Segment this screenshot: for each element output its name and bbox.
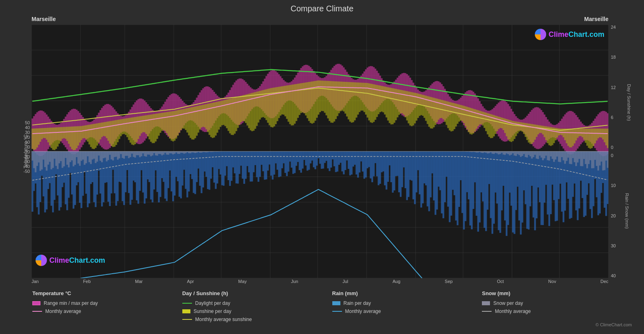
rain-avg-label: Monthly average [345,308,381,314]
legend-title-rain: Rain (mm) [332,290,482,296]
right-tick-0: 0 [611,145,636,150]
legend-title-sunshine: Day / Sunshine (h) [182,290,332,296]
legend-area: Temperature °C Range min / max per day M… [8,287,636,330]
legend-title-temp: Temperature °C [32,290,182,296]
y-left-axis-label: Temperature °C [23,134,29,168]
legend-col-temperature: Temperature °C Range min / max per day M… [32,290,182,328]
temp-range-swatch [32,301,40,305]
legend-item-temp-avg: Monthly average [32,308,182,314]
right-tick-18: 18 [611,55,636,60]
temp-avg-label: Monthly average [45,308,81,314]
right-tick-20: 20 [611,213,636,218]
sunshine-avg-label: Monthly average sunshine [195,317,252,322]
x-tick-feb: Feb [83,279,91,287]
legend-item-rain: Rain per day [332,300,482,306]
x-tick-jul: Jul [342,279,348,287]
legend-item-snow: Snow per day [482,300,632,306]
logo-text-bottom: ClimeChart.com [49,256,105,265]
y-right-bottom-label: Rain / Snow (mm) [625,193,629,229]
x-tick-may: May [238,279,247,287]
legend-item-sunshine-avg: Monthly average sunshine [182,317,332,322]
temp-avg-line [32,311,42,312]
legend-title-snow: Snow (mm) [482,290,632,296]
right-tick-10: 10 [611,183,636,188]
sunshine-label: Sunshine per day [194,308,231,314]
page-title: Compare Climate [8,4,636,13]
snow-avg-line [482,311,492,312]
x-tick-jan: Jan [32,279,39,287]
city-label-right: Marseille [584,16,608,22]
legend-item-daylight: Daylight per day [182,300,332,306]
right-tick-30: 30 [611,243,636,248]
watermark-text: © ClimeChart.com [595,322,632,327]
right-tick-6: 6 [611,115,636,120]
main-chart [32,25,608,278]
x-tick-aug: Aug [393,279,401,287]
logo-text-top: ClimeChart.com [549,30,604,39]
city-label-left: Marseille [32,16,56,22]
logo-top-right: ClimeChart.com [535,29,604,40]
rain-label: Rain per day [344,300,371,306]
rain-swatch [332,301,340,305]
right-tick-40: 40 [611,273,636,278]
x-tick-oct: Oct [497,279,504,287]
page-wrapper: Compare Climate Temperature °C 50 40 30 … [0,0,644,334]
x-tick-jun: Jun [291,279,298,287]
y-right-top-label: Day / Sunshine (h) [626,84,631,121]
x-tick-nov: Nov [548,279,556,287]
snow-swatch [482,301,490,305]
legend-item-temp-range: Range min / max per day [32,300,182,306]
daylight-line [182,303,192,304]
logo-icon-top [535,29,546,40]
logo-bottom-left: ClimeChart.com [36,255,105,266]
legend-col-rain: Rain (mm) Rain per day Monthly average [332,290,482,328]
legend-col-sunshine: Day / Sunshine (h) Daylight per day Suns… [182,290,332,328]
sunshine-avg-line [182,319,192,320]
snow-label: Snow per day [493,300,523,306]
legend-col-snow: Snow (mm) Snow per day Monthly average ©… [482,290,632,328]
x-tick-apr: Apr [187,279,194,287]
daylight-label: Daylight per day [195,300,230,306]
right-tick-0b: 0 [611,153,636,158]
snow-avg-label: Monthly average [495,308,531,314]
legend-item-snow-avg: Monthly average [482,308,632,314]
x-tick-mar: Mar [135,279,143,287]
rain-avg-line [332,311,342,312]
right-tick-12: 12 [611,85,636,90]
x-tick-dec: Dec [600,279,608,287]
legend-item-rain-avg: Monthly average [332,308,482,314]
logo-icon-bottom [36,255,47,266]
x-tick-sep: Sep [445,279,453,287]
legend-item-sunshine: Sunshine per day [182,308,332,314]
right-tick-24: 24 [611,25,636,30]
sunshine-swatch [182,309,190,313]
temp-range-label: Range min / max per day [44,300,98,306]
